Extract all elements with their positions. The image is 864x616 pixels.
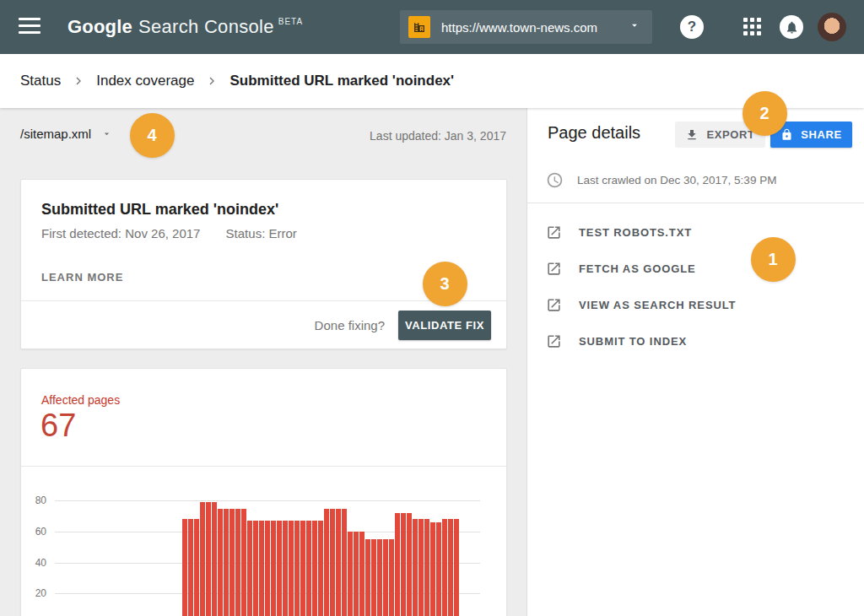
breadcrumb-current-page: Submitted URL marked 'noindex'	[230, 73, 454, 89]
chart-bar	[218, 509, 223, 616]
property-selector[interactable]: https://www.town-news.com	[400, 10, 652, 44]
notifications-button[interactable]	[780, 15, 803, 39]
property-chevron-down-icon	[629, 19, 640, 35]
user-avatar[interactable]	[818, 13, 846, 41]
chart-bar	[294, 521, 300, 616]
chart-bar	[253, 521, 258, 616]
logo-google-text: Google	[68, 16, 132, 38]
chart-bar	[235, 509, 240, 616]
submit-to-index-link[interactable]: SUBMIT TO INDEX	[527, 323, 864, 359]
card-divider	[21, 466, 506, 467]
panel-title: Page details	[548, 123, 640, 143]
open-in-new-icon	[546, 261, 562, 277]
clock-icon	[546, 171, 564, 189]
main-content-area: /sitemap.xml Last updated: Jan 3, 2017 S…	[0, 108, 526, 616]
validate-fix-button[interactable]: VALIDATE FIX	[398, 311, 491, 340]
apps-grid-icon[interactable]	[743, 18, 762, 36]
y-axis-tick-label: 60	[23, 526, 46, 538]
chart-bar	[401, 513, 406, 616]
chart-bar	[188, 519, 193, 616]
chart-bar	[418, 519, 424, 616]
link-label: TEST ROBOTS.TXT	[579, 226, 692, 239]
chart-bar	[436, 522, 441, 616]
breadcrumb: Status Index coverage Submitted URL mark…	[20, 73, 454, 89]
breadcrumb-bar: Status Index coverage Submitted URL mark…	[0, 54, 864, 108]
page-actions-list: TEST ROBOTS.TXT FETCH AS GOOGLE VIEW AS …	[527, 214, 864, 359]
chart-bar	[182, 519, 187, 616]
link-label: VIEW AS SEARCH RESULT	[579, 299, 736, 311]
chart-bar	[407, 513, 412, 616]
chart-bar	[312, 521, 317, 616]
app-header: Google Search Console BETA https://www.t…	[0, 0, 864, 54]
help-button[interactable]: ?	[680, 15, 704, 39]
chart-bar	[395, 513, 400, 616]
breadcrumb-status[interactable]: Status	[20, 73, 61, 89]
chart-bar	[277, 521, 282, 616]
chart-bar	[230, 509, 235, 616]
affected-pages-label: Affected pages	[41, 393, 120, 407]
done-fixing-label: Done fixing?	[315, 318, 385, 332]
chevron-right-icon	[205, 74, 219, 88]
app-logo: Google Search Console BETA	[68, 0, 303, 54]
bell-icon	[785, 20, 799, 35]
chart-bar	[194, 519, 199, 616]
filter-toolbar: /sitemap.xml Last updated: Jan 3, 2017	[0, 108, 526, 164]
view-as-search-result-link[interactable]: VIEW AS SEARCH RESULT	[527, 287, 864, 323]
chart-bar	[247, 521, 252, 616]
last-crawled-row: Last crawled on Dec 30, 2017, 5:39 PM	[546, 171, 776, 189]
chart-bar	[377, 539, 382, 616]
chart-bar	[413, 519, 418, 616]
chart-bar	[259, 521, 264, 616]
last-crawled-text: Last crawled on Dec 30, 2017, 5:39 PM	[577, 174, 776, 186]
share-button-label: SHARE	[801, 128, 842, 141]
property-url: https://www.town-news.com	[441, 20, 629, 35]
breadcrumb-index-coverage[interactable]: Index coverage	[96, 73, 194, 89]
sitemap-filter-value: /sitemap.xml	[20, 127, 91, 141]
first-detected-text: First detected: Nov 26, 2017	[41, 226, 200, 240]
help-icon: ?	[688, 19, 696, 35]
chart-bar	[389, 539, 394, 616]
chart-bar	[289, 521, 294, 616]
chart-bar	[200, 502, 205, 616]
callout-circle-1: 1	[751, 237, 796, 282]
page-details-panel: Page details Last crawled on Dec 30, 201…	[526, 108, 864, 616]
chart-bar	[424, 519, 429, 616]
chart-bar	[265, 521, 270, 616]
y-axis-tick-label: 20	[23, 587, 46, 599]
hamburger-menu-icon[interactable]	[19, 18, 40, 36]
chart-bar	[318, 521, 323, 616]
google-search-console-screen: Google Search Console BETA https://www.t…	[0, 0, 864, 616]
affected-pages-count: 67	[40, 408, 76, 444]
callout-circle-3: 3	[423, 262, 467, 306]
affected-pages-card: Affected pages 67 20406080	[20, 368, 507, 616]
issue-title: Submitted URL marked 'noindex'	[41, 201, 278, 219]
chart-bar	[430, 522, 435, 616]
learn-more-link[interactable]: LEARN MORE	[41, 271, 123, 284]
chart-bar	[212, 502, 217, 616]
chart-bar	[283, 521, 288, 616]
chart-bar	[354, 532, 359, 616]
beta-badge: BETA	[278, 17, 303, 26]
logo-product-text: Search Console	[138, 16, 274, 38]
chart-bar	[224, 509, 229, 616]
open-in-new-icon	[546, 224, 562, 240]
y-axis-tick-label: 40	[23, 557, 46, 569]
chart-bar	[365, 539, 370, 616]
chevron-right-icon	[72, 74, 85, 88]
fetch-as-google-link[interactable]: FETCH AS GOOGLE	[527, 251, 864, 287]
lock-icon	[780, 128, 793, 141]
status-text: Status: Error	[226, 226, 297, 240]
link-label: SUBMIT TO INDEX	[579, 335, 687, 348]
link-label: FETCH AS GOOGLE	[579, 262, 696, 275]
test-robots-txt-link[interactable]: TEST ROBOTS.TXT	[527, 214, 864, 251]
chart-bar	[336, 509, 341, 616]
panel-divider	[527, 203, 864, 203]
sitemap-filter-dropdown[interactable]: /sitemap.xml	[20, 127, 112, 141]
chart-bar	[442, 519, 447, 616]
download-icon	[685, 128, 699, 142]
chart-bar	[330, 509, 335, 616]
affected-pages-bar-chart: 20406080	[21, 470, 508, 616]
chart-bar	[206, 502, 211, 616]
chart-bar	[271, 521, 276, 616]
chart-bar	[448, 519, 453, 616]
